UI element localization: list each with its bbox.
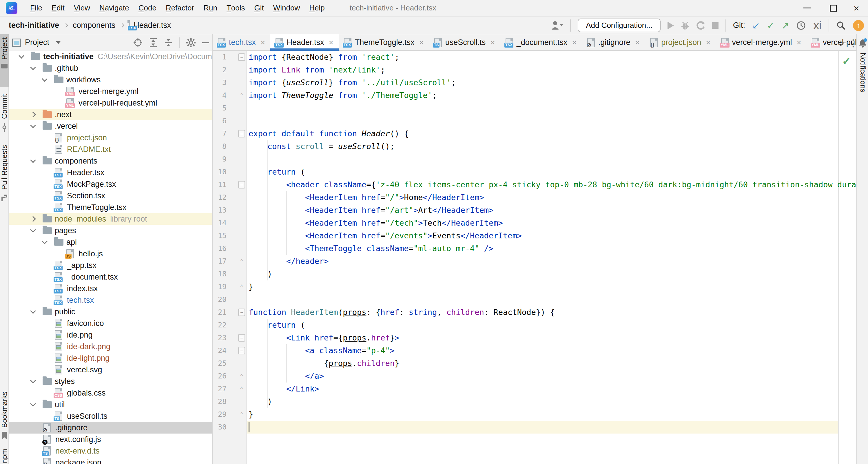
menu-item-navigate[interactable]: Navigate (95, 0, 134, 16)
fold-collapse-icon[interactable]: − (238, 130, 245, 138)
tab-Header.tsx[interactable]: TSXHeader.tsx× (270, 34, 338, 51)
menu-item-run[interactable]: Run (199, 0, 222, 16)
tab-close-icon[interactable]: × (260, 38, 265, 47)
tree-row[interactable]: TSX_document.tsx (9, 271, 212, 283)
add-configuration-button[interactable]: Add Configuration... (578, 19, 660, 32)
menu-item-tools[interactable]: Tools (222, 0, 250, 16)
tab-ThemeToggle.tsx[interactable]: TSXThemeToggle.tsx× (339, 34, 429, 51)
tree-row[interactable]: .github (9, 62, 212, 74)
tab-close-icon[interactable]: × (635, 38, 640, 47)
tab-close-icon[interactable]: × (329, 38, 333, 47)
expand-all-icon[interactable] (149, 38, 158, 48)
tree-row[interactable]: TSXSection.tsx (9, 190, 212, 202)
chevron-down-icon[interactable] (30, 227, 36, 233)
tree-row[interactable]: JShello.js (9, 248, 212, 260)
fold-collapse-icon[interactable]: − (238, 347, 245, 354)
tree-row[interactable]: TSuseScroll.ts (9, 410, 212, 422)
tree-row[interactable]: util (9, 399, 212, 410)
fold-end-icon[interactable]: ⌃ (238, 411, 245, 418)
tree-row[interactable]: TSXHeader.tsx (9, 167, 212, 178)
code-editor[interactable]: ✓ 1−import {ReactNode} from 'react';2imp… (213, 51, 857, 464)
stripe-button-commit[interactable]: Commit (0, 91, 9, 140)
history-clock-icon[interactable] (796, 21, 806, 30)
tree-row[interactable]: ide.png (9, 329, 212, 341)
stop-icon[interactable] (712, 22, 718, 29)
tree-row[interactable]: node_moduleslibrary root (9, 213, 212, 225)
chevron-right-icon[interactable] (30, 216, 36, 222)
tab-close-icon[interactable]: × (490, 38, 495, 47)
tree-row[interactable]: pages (9, 225, 212, 236)
menu-item-window[interactable]: Window (269, 0, 305, 16)
tab-useScroll.ts[interactable]: TSuseScroll.ts× (429, 34, 500, 51)
fold-collapse-icon[interactable]: − (238, 334, 245, 342)
stripe-button-pull-requests[interactable]: Pull Requests (0, 142, 9, 212)
stripe-button-bookmarks[interactable]: Bookmarks (0, 392, 9, 438)
minimize-button[interactable] (796, 0, 819, 16)
collapse-all-icon[interactable] (164, 38, 173, 48)
chevron-right-icon[interactable] (30, 112, 36, 117)
tree-row[interactable]: favicon.ico (9, 318, 212, 329)
rollback-icon[interactable]: ⅺ (813, 20, 822, 31)
breadcrumb-folder[interactable]: components (73, 21, 115, 30)
tree-row[interactable]: ide-light.png (9, 352, 212, 364)
stripe-button-npm[interactable]: npm (0, 449, 9, 464)
git-push-icon[interactable]: ↗ (782, 21, 789, 30)
chevron-down-icon[interactable] (30, 378, 36, 383)
tree-row[interactable]: components (9, 155, 212, 167)
chevron-down-icon[interactable] (30, 122, 36, 128)
menu-item-git[interactable]: Git (249, 0, 268, 16)
chevron-down-icon[interactable] (19, 53, 24, 59)
tab-close-icon[interactable]: × (419, 38, 424, 47)
fold-end-icon[interactable]: ⌃ (238, 283, 245, 291)
tree-row[interactable]: CSSglobals.css (9, 387, 212, 399)
tree-row[interactable]: ⊘.gitignore (9, 422, 212, 434)
tree-row[interactable]: README.txt (9, 144, 212, 155)
tree-row[interactable]: YMLvercel-pull-request.yml (9, 97, 212, 109)
run-icon[interactable] (668, 22, 674, 29)
tree-row[interactable]: .vercel (9, 120, 212, 132)
locate-icon[interactable] (133, 38, 143, 47)
fold-collapse-icon[interactable]: − (238, 53, 245, 61)
project-panel-title[interactable]: Project (25, 38, 49, 47)
menu-item-help[interactable]: Help (305, 0, 329, 16)
chevron-down-icon[interactable] (42, 76, 48, 82)
gear-icon[interactable] (186, 38, 196, 48)
bell-icon[interactable] (858, 38, 867, 48)
chevron-down-icon[interactable] (42, 238, 48, 244)
debug-icon[interactable] (681, 21, 689, 30)
breadcrumb-project[interactable]: tech-initiative (9, 21, 59, 30)
menu-item-refactor[interactable]: Refactor (161, 0, 199, 16)
menu-item-edit[interactable]: Edit (47, 0, 69, 16)
menu-item-view[interactable]: View (69, 0, 95, 16)
tree-row[interactable]: .next (9, 109, 212, 120)
tab-close-icon[interactable]: × (572, 38, 577, 47)
tree-row[interactable]: public (9, 306, 212, 318)
tree-row[interactable]: TSnext-env.d.ts (9, 445, 212, 457)
tab-tech.tsx[interactable]: TSXtech.tsx× (213, 34, 270, 51)
menu-item-file[interactable]: File (26, 0, 47, 16)
tab-project.json[interactable]: {}project.json× (645, 34, 716, 51)
fold-end-icon[interactable]: ⌃ (238, 92, 245, 99)
fold-collapse-icon[interactable]: − (238, 309, 245, 316)
fold-end-icon[interactable]: ⌃ (238, 372, 245, 380)
fold-collapse-icon[interactable]: − (238, 181, 245, 188)
chevron-down-icon[interactable] (56, 41, 61, 44)
chevron-down-icon[interactable] (30, 64, 36, 70)
tree-row[interactable]: ide-dark.png (9, 341, 212, 352)
tab-close-icon[interactable]: × (797, 38, 801, 47)
tree-row[interactable]: api (9, 236, 212, 248)
tree-row[interactable]: {}package.json (9, 457, 212, 464)
breadcrumb-file[interactable]: Header.tsx (133, 21, 171, 30)
run-with-coverage-icon[interactable] (696, 21, 705, 30)
tab-_document.tsx[interactable]: TSX_document.tsx× (500, 34, 582, 51)
stripe-button-project[interactable]: Project (0, 34, 9, 87)
tree-row[interactable]: YMLvercel-merge.yml (9, 86, 212, 97)
tree-row[interactable]: TSXtech.tsx (9, 294, 212, 306)
tree-row[interactable]: vercel.svg (9, 364, 212, 376)
tree-row[interactable]: TSXindex.tsx (9, 283, 212, 294)
search-everywhere-icon[interactable] (836, 21, 846, 30)
git-update-icon[interactable]: ↙ (752, 21, 760, 30)
tree-row[interactable]: workflows (9, 74, 212, 86)
tab-vercel-merge.yml[interactable]: YMLvercel-merge.yml× (716, 34, 807, 51)
close-button[interactable]: × (845, 0, 868, 16)
